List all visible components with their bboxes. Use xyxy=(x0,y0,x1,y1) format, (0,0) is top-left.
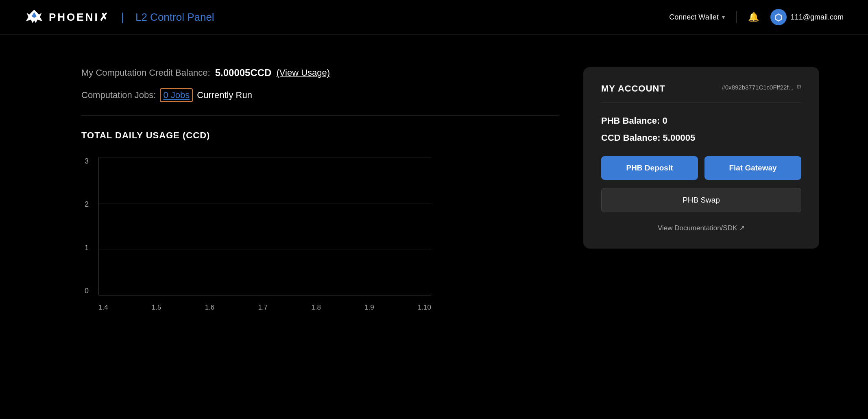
account-card: MY ACCOUNT #0x892b3771C1c0Fff22f... ⧉ PH… xyxy=(583,67,819,249)
chevron-down-icon: ▾ xyxy=(722,14,725,20)
jobs-link[interactable]: 0 Jobs xyxy=(160,88,193,102)
gridline-3 xyxy=(99,157,431,157)
balance-label: My Computation Credit Balance: xyxy=(81,68,210,78)
header-left: PHOENI✗ | L2 Control Panel xyxy=(24,9,214,25)
phb-deposit-button[interactable]: PHB Deposit xyxy=(601,156,698,180)
phb-balance: PHB Balance: 0 xyxy=(601,116,801,126)
balance-row: My Computation Credit Balance: 5.00005CC… xyxy=(81,67,559,79)
user-area[interactable]: 111@gmail.com xyxy=(770,9,844,25)
x-label-1-5: 1.5 xyxy=(152,303,161,312)
left-panel: My Computation Credit Balance: 5.00005CC… xyxy=(81,67,559,312)
connect-wallet-label: Connect Wallet xyxy=(669,13,718,22)
card-divider xyxy=(601,102,801,103)
header-right: Connect Wallet ▾ 🔔 111@gmail.com xyxy=(669,9,844,25)
y-label-0: 0 xyxy=(85,287,89,295)
chart-title: TOTAL DAILY USAGE (CCD) xyxy=(81,130,559,141)
logo-text: PHOENI✗ xyxy=(49,11,110,24)
user-email-label: 111@gmail.com xyxy=(791,13,844,22)
notification-bell-icon[interactable]: 🔔 xyxy=(748,12,759,22)
jobs-suffix: Currently Run xyxy=(197,90,252,100)
chart-x-axis: 1.4 1.5 1.6 1.7 1.8 1.9 1.10 xyxy=(98,303,431,312)
avatar xyxy=(770,9,787,25)
chart-y-axis: 3 2 1 0 xyxy=(81,157,94,295)
y-label-1: 1 xyxy=(85,244,89,252)
logo-area: PHOENI✗ xyxy=(24,9,110,25)
x-label-1-8: 1.8 xyxy=(311,303,321,312)
x-label-1-6: 1.6 xyxy=(205,303,215,312)
account-address-area: #0x892b3771C1c0Fff22f... ⧉ xyxy=(722,83,801,91)
chart-area: 3 2 1 0 1.4 1.5 1.6 1.7 1.8 1.9 xyxy=(81,157,431,312)
panel-title: L2 Control Panel xyxy=(135,11,214,24)
x-label-1-4: 1.4 xyxy=(98,303,108,312)
my-account-title: MY ACCOUNT xyxy=(601,83,665,94)
x-label-1-10: 1.10 xyxy=(418,303,431,312)
x-label-1-7: 1.7 xyxy=(258,303,268,312)
content-divider xyxy=(81,115,559,116)
ccd-balance: CCD Balance: 5.00005 xyxy=(601,133,801,143)
copy-icon[interactable]: ⧉ xyxy=(797,83,801,91)
view-usage-link[interactable]: (View Usage) xyxy=(276,68,330,78)
view-docs-label: View Documentation/SDK ↗ xyxy=(658,224,745,232)
phb-swap-button[interactable]: PHB Swap xyxy=(601,188,801,212)
balance-value: 5.00005CCD xyxy=(215,67,272,79)
jobs-label: Computation Jobs: xyxy=(81,90,156,100)
gridline-2 xyxy=(99,203,431,203)
account-address: #0x892b3771C1c0Fff22f... xyxy=(722,84,794,91)
y-label-2: 2 xyxy=(85,200,89,209)
main-content: My Computation Credit Balance: 5.00005CC… xyxy=(0,35,868,336)
y-label-3: 3 xyxy=(85,157,89,166)
gridline-1 xyxy=(99,249,431,249)
header-vertical-divider xyxy=(736,11,737,23)
jobs-row: Computation Jobs: 0 Jobs Currently Run xyxy=(81,88,559,102)
header: PHOENI✗ | L2 Control Panel Connect Walle… xyxy=(0,0,868,35)
x-label-1-9: 1.9 xyxy=(364,303,374,312)
avatar-icon xyxy=(774,13,783,22)
fiat-gateway-button[interactable]: Fiat Gateway xyxy=(704,156,801,180)
card-buttons-row: PHB Deposit Fiat Gateway xyxy=(601,156,801,180)
chart-plot xyxy=(98,157,431,295)
account-card-header: MY ACCOUNT #0x892b3771C1c0Fff22f... ⧉ xyxy=(601,83,801,94)
view-docs-link[interactable]: View Documentation/SDK ↗ xyxy=(601,224,801,232)
phoenix-logo-icon xyxy=(24,9,44,25)
connect-wallet-button[interactable]: Connect Wallet ▾ xyxy=(669,13,724,22)
header-separator-text: | xyxy=(121,11,124,24)
